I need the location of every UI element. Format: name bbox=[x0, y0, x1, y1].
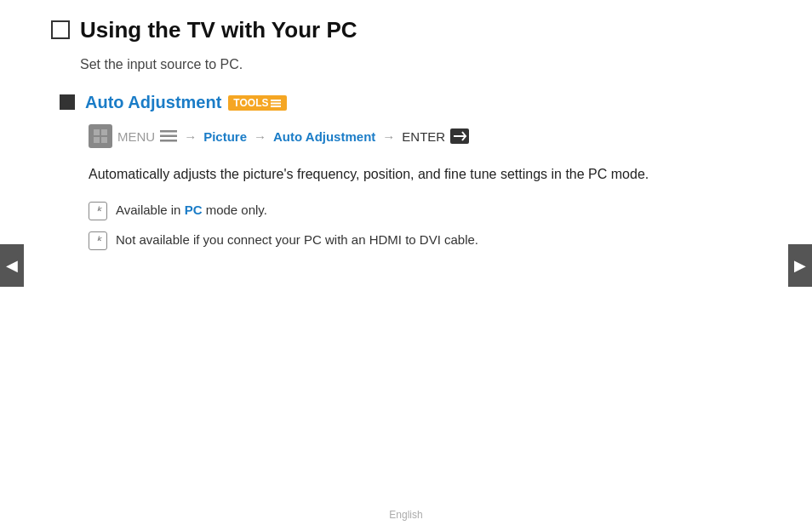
subsection-row: Auto Adjustment TOOLS bbox=[60, 93, 761, 112]
nav-enter-label: ENTER bbox=[402, 129, 445, 144]
note-icon-1: ᵏ bbox=[89, 202, 107, 220]
nav-left-button[interactable]: ◀ bbox=[0, 244, 24, 287]
tools-badge: TOOLS bbox=[228, 95, 287, 111]
filled-square-icon bbox=[60, 94, 75, 110]
subsection-title: Auto Adjustment bbox=[85, 93, 221, 112]
main-content: Using the TV with Your PC Set the input … bbox=[51, 0, 761, 250]
svg-rect-9 bbox=[160, 140, 177, 142]
note-1-after: mode only. bbox=[202, 203, 266, 217]
svg-rect-7 bbox=[160, 130, 177, 133]
note-1-highlight: PC bbox=[185, 203, 203, 217]
svg-rect-1 bbox=[271, 102, 281, 104]
page-title: Using the TV with Your PC bbox=[80, 17, 357, 43]
tools-label: TOOLS bbox=[233, 97, 268, 109]
svg-rect-4 bbox=[101, 129, 107, 135]
section-subtitle: Set the input source to PC. bbox=[80, 57, 761, 72]
nav-arrow-3: → bbox=[382, 129, 395, 144]
nav-line: MENU → Picture → Auto Adjustment → ENTER bbox=[89, 124, 761, 148]
left-arrow-icon: ◀ bbox=[6, 256, 18, 275]
menu-icon bbox=[89, 124, 112, 148]
svg-rect-2 bbox=[271, 106, 281, 107]
menu-bars-icon bbox=[160, 129, 177, 143]
nav-arrow-1: → bbox=[184, 129, 197, 144]
note-text-1: Available in PC mode only. bbox=[116, 201, 267, 220]
svg-rect-0 bbox=[271, 100, 281, 101]
svg-rect-3 bbox=[94, 129, 100, 135]
enter-icon bbox=[450, 128, 469, 144]
svg-rect-6 bbox=[101, 137, 107, 143]
body-text: Automatically adjusts the picture's freq… bbox=[89, 163, 761, 186]
note-icon-2: ᵏ bbox=[89, 231, 107, 250]
checkbox-icon bbox=[51, 20, 70, 39]
note-1-before: Available in bbox=[116, 203, 185, 217]
svg-rect-5 bbox=[94, 137, 100, 143]
nav-auto-adjustment: Auto Adjustment bbox=[273, 129, 375, 144]
tools-icon bbox=[270, 97, 282, 109]
nav-menu-label: MENU bbox=[117, 129, 155, 144]
section-title-row: Using the TV with Your PC bbox=[51, 17, 761, 43]
svg-rect-8 bbox=[160, 135, 177, 138]
note-2-text: Not available if you connect your PC wit… bbox=[116, 232, 478, 247]
note-row-1: ᵏ Available in PC mode only. bbox=[89, 201, 761, 220]
right-arrow-icon: ▶ bbox=[794, 256, 806, 275]
note-text-2: Not available if you connect your PC wit… bbox=[116, 231, 478, 250]
nav-picture: Picture bbox=[203, 129, 247, 144]
note-row-2: ᵏ Not available if you connect your PC w… bbox=[89, 231, 761, 250]
subsection-title-line: Auto Adjustment TOOLS bbox=[85, 93, 287, 112]
footer-language: English bbox=[389, 509, 422, 521]
nav-arrow-2: → bbox=[254, 129, 266, 144]
nav-right-button[interactable]: ▶ bbox=[788, 244, 812, 287]
